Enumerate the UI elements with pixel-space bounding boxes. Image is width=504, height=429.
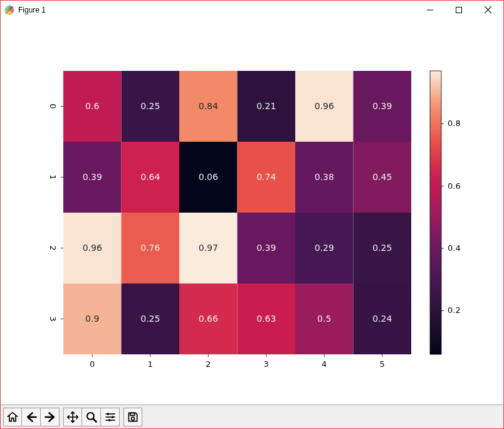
x-tick-label: 0 <box>90 359 95 369</box>
save-button[interactable] <box>123 408 142 426</box>
cell-annotation: 0.96 <box>83 243 102 253</box>
y-tick-label: 0 <box>48 103 58 109</box>
zoom-button[interactable] <box>82 408 101 426</box>
cell-annotation: 0.39 <box>83 172 102 182</box>
window-close-button[interactable] <box>473 1 502 19</box>
cell-annotation: 0.9 <box>85 314 99 324</box>
cell-annotation: 0.25 <box>372 243 392 253</box>
pan-button[interactable] <box>63 408 82 426</box>
colorbar-tick-label: 0.8 <box>448 119 461 128</box>
x-tick-label: 5 <box>380 359 385 369</box>
cell-annotation: 0.74 <box>256 172 276 182</box>
home-icon <box>6 411 19 423</box>
cell-annotation: 0.64 <box>140 172 160 182</box>
cell-annotation: 0.06 <box>199 172 218 182</box>
window-minimize-button[interactable] <box>416 1 444 19</box>
titlebar: Figure 1 <box>1 1 503 19</box>
svg-rect-27 <box>108 419 110 421</box>
cell-annotation: 0.6 <box>85 101 99 111</box>
window-maximize-button[interactable] <box>444 1 473 19</box>
home-button[interactable] <box>3 408 22 426</box>
cell-annotation: 0.21 <box>256 101 276 111</box>
save-icon <box>127 411 139 423</box>
cell-annotation: 0.96 <box>315 101 334 111</box>
cell-annotation: 0.25 <box>140 101 160 111</box>
svg-rect-25 <box>107 413 109 415</box>
forward-button[interactable] <box>41 408 60 426</box>
move-icon <box>66 411 79 423</box>
cell-annotation: 0.63 <box>256 314 276 324</box>
zoom-icon <box>85 411 98 423</box>
y-tick-label: 1 <box>48 174 58 179</box>
cell-annotation: 0.97 <box>199 243 218 253</box>
svg-point-29 <box>132 417 135 420</box>
colorbar-tick-label: 0.2 <box>448 305 461 315</box>
cell-annotation: 0.39 <box>256 243 276 253</box>
configure-subplots-button[interactable] <box>101 408 120 426</box>
svg-rect-26 <box>112 416 113 418</box>
toolbar <box>1 405 503 428</box>
x-tick-label: 4 <box>322 359 327 369</box>
cell-annotation: 0.84 <box>199 101 218 111</box>
colorbar-tick-label: 0.6 <box>448 181 461 191</box>
y-tick-label: 2 <box>48 245 58 250</box>
cell-annotation: 0.76 <box>140 243 160 253</box>
colorbar <box>430 71 441 354</box>
x-tick-label: 3 <box>264 359 269 369</box>
cell-annotation: 0.38 <box>315 172 334 182</box>
colorbar-tick-label: 0.4 <box>448 243 461 253</box>
arrow-left-icon <box>25 411 38 423</box>
figure-canvas[interactable]: 0.60.250.840.210.960.390.390.640.060.740… <box>1 19 503 405</box>
cell-annotation: 0.5 <box>317 314 331 324</box>
x-tick-label: 2 <box>206 359 211 369</box>
x-tick-label: 1 <box>148 359 153 369</box>
cell-annotation: 0.39 <box>372 101 392 111</box>
window-title: Figure 1 <box>18 6 46 14</box>
cell-annotation: 0.66 <box>199 314 218 324</box>
app-icon <box>4 5 14 15</box>
y-tick-label: 3 <box>48 316 58 321</box>
heatmap-plot: 0.60.250.840.210.960.390.390.640.060.740… <box>1 19 503 405</box>
svg-rect-28 <box>130 413 135 415</box>
window: Figure 1 0.60.250.840.210.960.390.390.64… <box>0 0 504 429</box>
sliders-icon <box>104 411 117 423</box>
svg-rect-3 <box>456 7 462 13</box>
svg-line-21 <box>93 418 96 421</box>
cell-annotation: 0.29 <box>315 243 334 253</box>
cell-annotation: 0.45 <box>372 172 392 182</box>
arrow-right-icon <box>44 411 56 423</box>
cell-annotation: 0.25 <box>140 314 160 324</box>
back-button[interactable] <box>22 408 41 426</box>
cell-annotation: 0.24 <box>372 314 392 324</box>
